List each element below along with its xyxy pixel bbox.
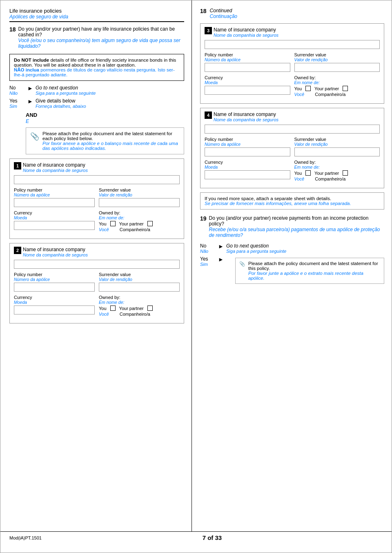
- policy-3-title-pt: Nome da companhia de seguros: [214, 33, 278, 38]
- policy-3-partner-checkbox[interactable]: [343, 86, 348, 91]
- yes-arrow-icon: ►: [27, 98, 34, 105]
- policy-2-name-input[interactable]: [14, 260, 180, 269]
- policy-4-currency-label-en: Currency: [205, 160, 290, 165]
- policy-4-number-col: Policy number Número da apólice: [205, 137, 290, 156]
- policy-2-currency-col: Currency Moeda: [14, 295, 95, 317]
- policy-1-badge: 1: [14, 162, 21, 169]
- q19-no-label-en: No: [200, 243, 216, 249]
- policy-4-owned-section: Owned by: Em nome de: You Your partner V…: [294, 160, 380, 181]
- policy-4-surrender-input[interactable]: [294, 147, 380, 156]
- policy-1-block: 1 Name of insurance company Nome da comp…: [9, 158, 184, 239]
- policy-2-currency-input[interactable]: [14, 305, 95, 314]
- question-19: 19 Do you (and/or your partner) receive …: [200, 215, 384, 238]
- policy-4-number-label-pt: Número da apólice: [205, 142, 290, 147]
- policy-1-name-input[interactable]: [14, 175, 180, 184]
- policy-4-currency-input[interactable]: [205, 170, 290, 179]
- policy-1-partner-checkbox[interactable]: [147, 221, 153, 226]
- policy-3-badge: 3: [205, 27, 212, 34]
- policy-2-currency-label-en: Currency: [14, 295, 95, 300]
- policy-1-owned-section: Owned by: Em nome de: You Your partner V…: [99, 210, 180, 232]
- policy-2-number-col: Policy number Número da apólice: [14, 272, 95, 292]
- policy-1-you-pt-label: Você: [99, 227, 109, 232]
- policy-2-you-checkbox[interactable]: [110, 305, 116, 311]
- policy-3-you-checkbox[interactable]: [305, 86, 311, 91]
- policy-1-currency-label-en: Currency: [14, 210, 95, 215]
- section-header: Life insurance policies Apólices de segu…: [9, 8, 184, 22]
- policy-2-fields-row2: Currency Moeda Owned by: Em nome de: You…: [14, 295, 180, 317]
- policy-4-surrender-col: Surrender value Valor de rendição: [294, 137, 380, 156]
- q19-number: 19: [200, 215, 207, 222]
- policy-2-owned-col: Owned by: Em nome de: You Your partner V…: [99, 295, 180, 317]
- policy-2-surrender-label-en: Surrender value: [99, 272, 180, 277]
- policy-2-surrender-col: Surrender value Valor de rendição: [99, 272, 180, 292]
- policy-1-fields-row1: Policy number Número da apólice Surrende…: [14, 187, 180, 207]
- yes-action-en: Give details below: [36, 98, 184, 104]
- policy-3-you-pt-label: Você: [294, 92, 305, 97]
- policy-3-surrender-label-pt: Valor de rendição: [294, 57, 380, 62]
- policy-4-partner-label: Your partner: [314, 171, 339, 176]
- policy-4-owned-row-pt: Você Companheiro/a: [294, 176, 380, 181]
- question-18: 18 Do you (and/or your partner) have any…: [9, 26, 184, 49]
- footer: Mod(iA)PT.1501 7 of 33: [0, 531, 392, 544]
- policy-4-title-pt: Nome da companhia de seguros: [214, 117, 278, 122]
- more-space-text-pt: Se precisar de fornecer mais informações…: [205, 201, 380, 206]
- policy-4-name-input[interactable]: [205, 125, 380, 134]
- policy-1-owned-col: Owned by: Em nome de: You Your partner V…: [99, 210, 180, 232]
- policy-1-you-label: You: [99, 221, 107, 226]
- footer-page-number: 7 of 33: [42, 534, 383, 541]
- policy-4-fields-row2: Currency Moeda Owned by: Em nome de: You…: [205, 160, 380, 181]
- policy-3-name-input[interactable]: [205, 40, 380, 49]
- policy-1-you-checkbox[interactable]: [110, 221, 116, 226]
- policy-1-surrender-col: Surrender value Valor de rendição: [99, 187, 180, 207]
- policy-3-owned-row: You Your partner: [294, 86, 380, 91]
- policy-2-number-label-pt: Número da apólice: [14, 277, 95, 282]
- policy-2-you-label: You: [99, 306, 107, 311]
- policy-1-number-input[interactable]: [14, 198, 95, 207]
- policy-2-surrender-input[interactable]: [99, 283, 180, 292]
- question-19-block: 19 Do you (and/or your partner) receive …: [200, 215, 384, 285]
- policy-4-block: 4 Name of insurance company Nome da comp…: [200, 108, 384, 188]
- policy-1-surrender-input[interactable]: [99, 198, 180, 207]
- q19-yes-row: Yes Sim ► 📎 Please attach the policy doc…: [200, 256, 384, 285]
- policy-3-partner-label: Your partner: [314, 86, 339, 91]
- policy-1-currency-label-pt: Moeda: [14, 215, 95, 220]
- policy-1-surrender-label-en: Surrender value: [99, 187, 180, 192]
- policy-1-partner-label: Your partner: [119, 221, 144, 226]
- q19-yes-label-en: Yes: [200, 256, 216, 262]
- policy-2-partner-pt-label: Companheiro/a: [120, 312, 150, 317]
- policy-4-partner-checkbox[interactable]: [343, 170, 348, 176]
- policy-2-number-input[interactable]: [14, 283, 95, 292]
- policy-1-currency-input[interactable]: [14, 221, 95, 230]
- policy-2-you-pt-label: Você: [99, 312, 109, 317]
- policy-3-currency-input[interactable]: [205, 86, 290, 95]
- policy-4-surrender-label-pt: Valor de rendição: [294, 142, 380, 147]
- continued-en: Continued: [210, 8, 237, 13]
- policy-3-number-col: Policy number Número da apólice: [205, 52, 290, 72]
- policy-4-header: 4 Name of insurance company Nome da comp…: [205, 111, 380, 122]
- q18-right-number: 18: [200, 8, 207, 14]
- no-row: No Não ► Go to next question Siga para a…: [9, 85, 184, 96]
- policy-2-header: 2 Name of insurance company Nome da comp…: [14, 247, 180, 257]
- left-column: Life insurance policies Apólices de segu…: [0, 0, 192, 531]
- policy-4-you-checkbox[interactable]: [305, 170, 311, 176]
- no-action-en: Go to next question: [36, 85, 78, 91]
- no-label-en: No: [9, 85, 25, 91]
- policy-3-owned-row-pt: Você Companheiro/a: [294, 92, 380, 97]
- policy-1-surrender-label-pt: Valor de rendição: [99, 192, 180, 197]
- section-title-pt: Apólices de seguro de vida: [9, 14, 184, 20]
- attach-text-pt: Por favor anexe a apólice e o balanço ma…: [42, 141, 180, 151]
- q18-text-en: Do you (and/or your partner) have any li…: [18, 26, 184, 38]
- policy-4-number-input[interactable]: [205, 147, 290, 156]
- arrow-right-icon: ►: [27, 85, 34, 91]
- policy-1-owned-row: You Your partner: [99, 221, 180, 226]
- policy-4-currency-label-pt: Moeda: [205, 165, 290, 169]
- and-block: AND E: [26, 112, 184, 124]
- policy-2-owned-row-pt: Você Companheiro/a: [99, 312, 180, 317]
- policy-4-currency-col: Currency Moeda: [205, 160, 290, 181]
- policy-1-title-pt: Nome da companhia de seguros: [23, 168, 88, 173]
- paperclip-icon: 📎: [30, 132, 39, 151]
- policy-3-surrender-input[interactable]: [294, 63, 380, 72]
- policy-2-partner-checkbox[interactable]: [147, 305, 153, 311]
- notice-box: Do NOT include details of life office or…: [9, 54, 184, 81]
- policy-3-number-input[interactable]: [205, 63, 290, 72]
